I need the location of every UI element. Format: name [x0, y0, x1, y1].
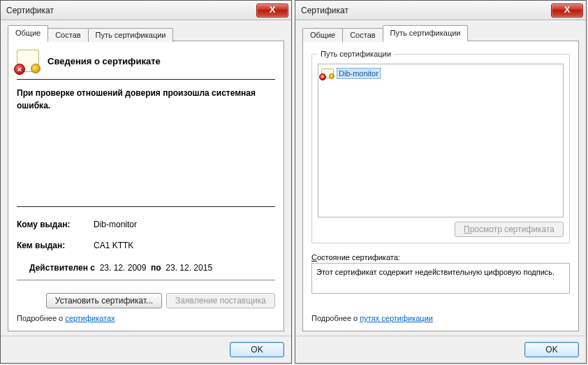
separator	[17, 206, 275, 207]
issued-by-row: Кем выдан: CA1 KTTK	[17, 241, 275, 250]
dialog-body: Общие Состав Путь сертификации × Сведени…	[1, 20, 291, 336]
cert-path-tree[interactable]: × Dib-monitor	[318, 64, 564, 217]
issued-by-value: CA1 KTTK	[94, 241, 133, 250]
tab-general[interactable]: Общие	[302, 28, 343, 42]
cert-path-group: Путь сертификации × Dib-monitor Просмотр…	[311, 50, 570, 243]
cert-status-value: Этот сертификат содержит недействительну…	[311, 263, 570, 294]
tabstrip: Общие Состав Путь сертификации	[8, 26, 284, 41]
cert-status-label: Состояние сертификата:	[311, 253, 570, 262]
learn-cert-paths-link[interactable]: путях сертификации	[360, 314, 433, 322]
cert-path-group-label: Путь сертификации	[318, 50, 394, 58]
titlebar[interactable]: Сертификат X	[1, 1, 291, 20]
info-header: Сведения о сертификате	[47, 56, 161, 66]
tree-item[interactable]: × Dib-monitor	[321, 67, 560, 80]
tabstrip: Общие Состав Путь сертификации	[302, 26, 579, 41]
tab-general[interactable]: Общие	[8, 25, 48, 41]
issued-to-value: Dib-monitor	[94, 220, 137, 229]
certificate-error-icon: ×	[17, 50, 39, 72]
learn-more: Подробнее о сертификатах	[17, 314, 275, 322]
certificate-dialog-general: Сертификат X Общие Состав Путь сертифика…	[0, 0, 292, 364]
close-icon[interactable]: X	[551, 3, 583, 17]
tab-cert-path[interactable]: Путь сертификации	[383, 25, 469, 41]
tab-details[interactable]: Состав	[47, 28, 88, 42]
certificate-error-icon: ×	[321, 69, 334, 78]
issued-to-row: Кому выдан: Dib-monitor	[17, 220, 275, 229]
install-certificate-button[interactable]: Установить сертификат...	[46, 293, 162, 308]
dialog-footer: OK	[295, 336, 586, 363]
window-title: Сертификат	[301, 6, 551, 15]
ok-button[interactable]: OK	[524, 342, 579, 357]
close-icon[interactable]: X	[256, 3, 288, 17]
validity-row: Действителен с 23. 12. 2009 по 23. 12. 2…	[29, 263, 275, 273]
separator	[17, 79, 275, 80]
tab-details[interactable]: Состав	[342, 28, 383, 42]
trust-error-message: При проверке отношений доверия произошла…	[17, 87, 275, 112]
issued-to-label: Кому выдан:	[17, 220, 94, 229]
ok-button[interactable]: OK	[230, 342, 284, 357]
certificate-dialog-path: Сертификат X Общие Состав Путь сертифика…	[295, 0, 587, 364]
tree-item-label: Dib-monitor	[337, 68, 381, 79]
issuer-statement-button: Заявление поставщика	[166, 293, 275, 308]
titlebar[interactable]: Сертификат X	[295, 1, 586, 20]
dialog-footer: OK	[1, 336, 291, 363]
tabpage-general: × Сведения о сертификате При проверке от…	[8, 41, 284, 331]
dialog-body: Общие Состав Путь сертификации Путь серт…	[295, 20, 586, 336]
separator	[17, 280, 275, 280]
learn-more: Подробнее о путях сертификации	[311, 314, 570, 322]
view-certificate-button: Просмотр сертификата	[455, 222, 564, 237]
learn-certificates-link[interactable]: сертификатах	[65, 314, 115, 322]
window-title: Сертификат	[6, 6, 256, 15]
issued-by-label: Кем выдан:	[17, 241, 94, 250]
tab-cert-path[interactable]: Путь сертификации	[88, 28, 174, 42]
tabpage-path: Путь сертификации × Dib-monitor Просмотр…	[302, 41, 579, 331]
